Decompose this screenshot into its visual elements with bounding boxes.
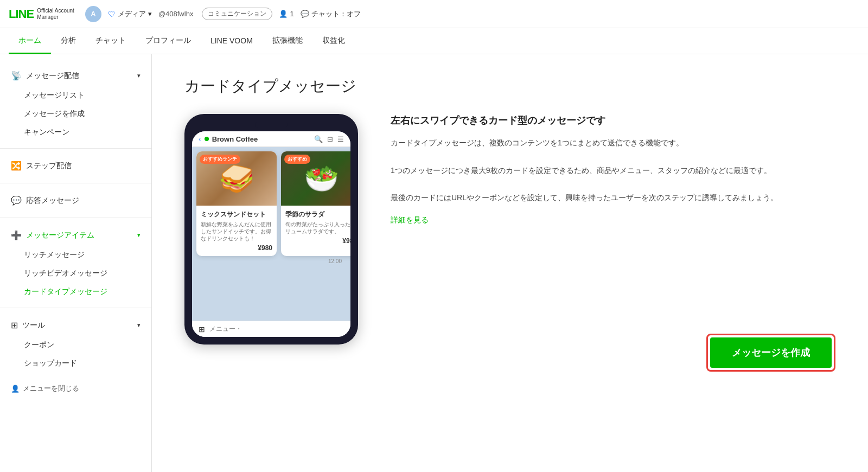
sidebar-item-card-type[interactable]: カードタイプメッセージ [0, 283, 151, 301]
chat-icon: 💬 [301, 10, 309, 18]
phone-mockup: ‹ Brown Coffee 🔍 ⊟ ☰ [184, 114, 358, 345]
detail-link[interactable]: 詳細を見る [391, 215, 835, 225]
step-icon: 🔀 [11, 161, 22, 171]
back-arrow-icon: ‹ [199, 135, 201, 143]
online-dot [205, 137, 209, 141]
broadcast-icon: 📡 [11, 71, 22, 81]
create-message-button[interactable]: メッセージを作成 [710, 337, 832, 368]
sidebar-close-menu[interactable]: 👤 メニューを閉じる [0, 377, 151, 400]
sidebar-section-tools: ⊞ ツール ▾ クーポン ショップカード [0, 310, 151, 377]
media-label: メディア [118, 9, 146, 19]
feature-desc: カードタイプメッセージは、複数のコンテンツを1つにまとめて送信できる機能です。 … [391, 136, 835, 205]
create-button-outer-border: メッセージを作成 [706, 334, 835, 372]
sidebar-divider-4 [0, 308, 151, 308]
tab-extensions[interactable]: 拡張機能 [263, 28, 312, 54]
sidebar-item-coupon[interactable]: クーポン [0, 336, 151, 354]
response-icon: 💬 [11, 195, 22, 206]
sidebar-item-message-items[interactable]: ➕ メッセージアイテム ▾ [0, 225, 151, 246]
sidebar-divider-2 [0, 183, 151, 183]
nav-tabs: ホーム 分析 チャット プロフィール LINE VOOM 拡張機能 収益化 [0, 28, 868, 54]
sidebar-section-response: 💬 応答メッセージ [0, 186, 151, 215]
tab-chat[interactable]: チャット [86, 28, 136, 54]
card-price-1: ¥980 [201, 244, 272, 252]
sidebar-item-step-delivery[interactable]: 🔀 ステップ配信 [0, 155, 151, 176]
content-body: ‹ Brown Coffee 🔍 ⊟ ☰ [184, 114, 835, 372]
menu-bottom-label: メニュー・ [209, 324, 344, 334]
sidebar-item-message-delivery[interactable]: 📡 メッセージ配信 ▾ [0, 65, 151, 86]
phone-bottom-bar: ⊞ メニュー・ [192, 321, 350, 337]
sidebar-item-shop-card[interactable]: ショップカード [0, 354, 151, 373]
right-content: 左右にスワイプできるカード型のメッセージです カードタイプメッセージは、複数のコ… [391, 114, 835, 372]
sidebar-item-rich-video[interactable]: リッチビデオメッセージ [0, 264, 151, 283]
sidebar-item-create-message[interactable]: メッセージを作成 [0, 105, 151, 123]
sidebar-item-response-message[interactable]: 💬 応答メッセージ [0, 190, 151, 211]
media-badge[interactable]: 🛡 メディア ▾ [108, 9, 152, 19]
card-info-1: ミックスサンドセット 新鮮な野菜をふんだんに使用したサンドイッチです。お得なドリ… [196, 206, 277, 256]
card-salad-image: 🥗 おすすめ [281, 151, 350, 206]
menu-icon: ⊟ [327, 135, 333, 143]
chevron-icon-3: ▾ [137, 322, 141, 329]
tab-analytics[interactable]: 分析 [51, 28, 86, 54]
tools-icon: ⊞ [11, 320, 18, 330]
logo-subtitle: Official AccountManager [37, 8, 74, 21]
sidebar-section-message-delivery: 📡 メッセージ配信 ▾ メッセージリスト メッセージを作成 キャンペーン [0, 61, 151, 146]
sidebar-section-step: 🔀 ステップ配信 [0, 151, 151, 181]
card-salad: 🥗 おすすめ 季節のサラダ 旬の野菜がたっぷり入ったボリュームサラダです。 ¥9… [281, 151, 350, 256]
search-icon: 🔍 [314, 135, 323, 143]
chevron-icon: ▾ [137, 72, 141, 79]
card-badge-1: おすすめランチ [200, 155, 240, 164]
friends-icon: 👤 [279, 10, 288, 18]
hamburger-icon: ☰ [337, 135, 344, 143]
sidebar-item-tools[interactable]: ⊞ ツール ▾ [0, 315, 151, 336]
header: LINE Official AccountManager A 🛡 メディア ▾ … [0, 0, 868, 28]
card-sandwich: 🥪 おすすめランチ ミックスサンドセット 新鮮な野菜をふんだんに使用したサンドイ… [196, 151, 277, 256]
phone-header-icons: 🔍 ⊟ ☰ [314, 135, 344, 143]
account-id: @408fwlhx [158, 10, 194, 18]
create-button-wrapper: メッセージを作成 [391, 334, 835, 372]
tab-line-voom[interactable]: LINE VOOM [201, 28, 263, 54]
tab-home[interactable]: ホーム [9, 28, 51, 54]
sidebar-item-rich-message[interactable]: リッチメッセージ [0, 246, 151, 264]
phone-chat-area: 🥪 おすすめランチ ミックスサンドセット 新鮮な野菜をふんだんに使用したサンドイ… [192, 147, 350, 321]
close-menu-label: メニューを閉じる [23, 384, 79, 393]
time-stamp: 12:00 [196, 256, 346, 266]
card-title-1: ミックスサンドセット [201, 210, 272, 219]
phone-screen: ‹ Brown Coffee 🔍 ⊟ ☰ [192, 131, 350, 337]
line-logo: LINE [9, 7, 34, 21]
card-badge-2: おすすめ [284, 155, 310, 164]
plus-square-icon: ➕ [11, 230, 22, 240]
sandwich-emoji: 🥪 [219, 162, 254, 195]
sidebar-item-response-label: 応答メッセージ [26, 196, 79, 206]
feature-desc-line2: 1つのメッセージにつき最大9枚のカードを設定できるため、商品やメニュー、スタッフ… [391, 166, 771, 175]
card-title-2: 季節のサラダ [285, 210, 350, 219]
phone-camera [255, 122, 288, 128]
sidebar-item-message-list[interactable]: メッセージリスト [0, 86, 151, 105]
sidebar-item-message-delivery-label: メッセージ配信 [26, 71, 79, 81]
avatar[interactable]: A [85, 6, 101, 22]
chat-status: 💬 チャット：オフ [301, 9, 361, 19]
card-desc-1: 新鮮な野菜をふんだんに使用したサンドイッチです。お得なドリンクセットも！ [201, 221, 272, 242]
card-sandwich-image: 🥪 おすすめランチ [196, 151, 277, 206]
tab-monetization[interactable]: 収益化 [312, 28, 355, 54]
chevron-icon-2: ▾ [137, 232, 141, 239]
logo-area: LINE Official AccountManager [9, 7, 74, 21]
card-info-2: 季節のサラダ 旬の野菜がたっぷり入ったボリュームサラダです。 ¥980 [281, 206, 350, 249]
sidebar: 📡 メッセージ配信 ▾ メッセージリスト メッセージを作成 キャンペーン 🔀 ス… [0, 54, 152, 472]
sidebar-item-message-items-label: メッセージアイテム [26, 231, 94, 240]
tab-profile[interactable]: プロフィール [136, 28, 201, 54]
feature-title: 左右にスワイプできるカード型のメッセージです [391, 114, 835, 127]
page-title: カードタイプメッセージ [184, 76, 835, 97]
add-icon: ⊞ [199, 325, 205, 334]
card-desc-2: 旬の野菜がたっぷり入ったボリュームサラダです。 [285, 221, 350, 235]
chat-label: チャット：オフ [311, 9, 361, 19]
sidebar-item-step-label: ステップ配信 [26, 161, 72, 171]
person-icon: 👤 [11, 385, 20, 393]
phone-status-bar: ‹ Brown Coffee 🔍 ⊟ ☰ [192, 131, 350, 147]
feature-desc-line3: 最後のカードにはURLやクーポンなどを設定して、興味を持ったユーザーを次のステッ… [391, 193, 778, 202]
main-layout: 📡 メッセージ配信 ▾ メッセージリスト メッセージを作成 キャンペーン 🔀 ス… [0, 54, 868, 472]
sidebar-item-campaign[interactable]: キャンペーン [0, 123, 151, 142]
content-area: カードタイプメッセージ ‹ Brown Coffee 🔍 ⊟ ☰ [152, 54, 868, 472]
friends-number: 1 [290, 10, 293, 18]
sidebar-divider-1 [0, 148, 151, 149]
sidebar-item-tools-label: ツール [22, 321, 45, 330]
